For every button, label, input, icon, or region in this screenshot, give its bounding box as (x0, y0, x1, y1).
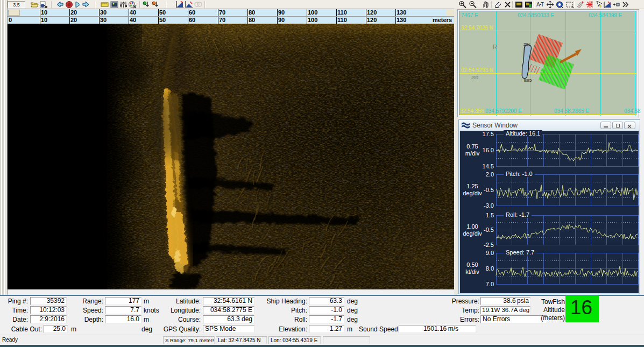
svg-text:T: T (541, 2, 544, 8)
svg-text:?: ? (599, 5, 601, 9)
svg-text:29s: 29s (523, 42, 530, 47)
svg-text:A: A (536, 2, 540, 8)
svg-text:E95: E95 (524, 78, 532, 83)
